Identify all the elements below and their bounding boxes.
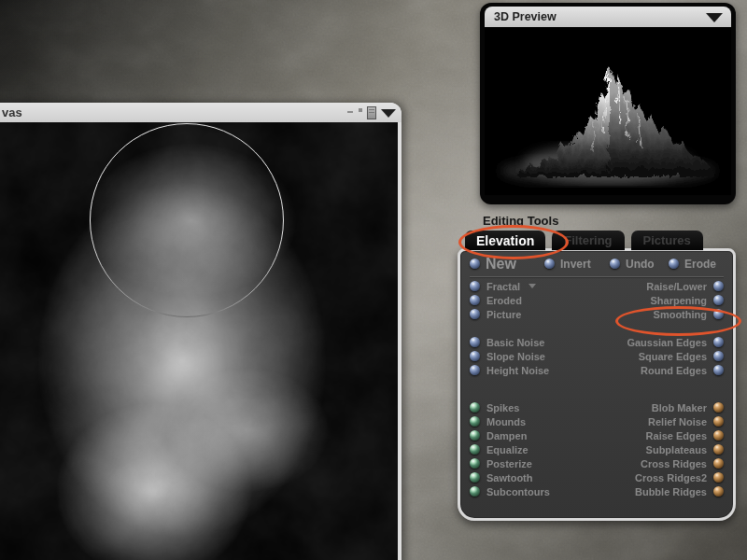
sphere-button-icon[interactable] bbox=[470, 416, 480, 427]
collapse-triangle-icon[interactable] bbox=[381, 109, 396, 118]
tool-dampen[interactable]: Dampen bbox=[470, 429, 533, 441]
tool-basic-noise[interactable]: Basic Noise bbox=[470, 336, 551, 348]
sphere-button-icon[interactable] bbox=[713, 458, 724, 469]
sphere-button-icon[interactable] bbox=[713, 337, 724, 347]
sphere-button-icon[interactable] bbox=[713, 365, 724, 375]
dropdown-triangle-icon[interactable] bbox=[529, 284, 536, 288]
terrain-canvas[interactable] bbox=[0, 122, 402, 560]
3d-preview-titlebar[interactable]: 3D Preview bbox=[485, 7, 731, 27]
tool-cross-ridges2[interactable]: Cross Ridges2 bbox=[628, 471, 724, 483]
canvas-titlebar[interactable]: vas bbox=[0, 103, 402, 123]
3d-preview-viewport[interactable] bbox=[485, 27, 731, 195]
sphere-button-icon[interactable] bbox=[470, 337, 480, 347]
tool-mounds[interactable]: Mounds bbox=[470, 415, 532, 427]
tool-fractal[interactable]: Fractal bbox=[470, 280, 536, 292]
3d-preview-window: 3D Preview bbox=[480, 3, 736, 204]
sphere-button-icon[interactable] bbox=[713, 309, 724, 319]
editing-tools-tabs: Elevation Filtering Pictures bbox=[465, 231, 703, 250]
sphere-button-icon[interactable] bbox=[713, 444, 724, 455]
dash-icon bbox=[347, 111, 353, 113]
tool-relief-noise[interactable]: Relief Noise bbox=[641, 415, 724, 427]
tool-picture[interactable]: Picture bbox=[470, 308, 528, 320]
mini-square-icon bbox=[359, 108, 362, 112]
sphere-button-icon[interactable] bbox=[544, 259, 555, 269]
invert-button[interactable]: Invert bbox=[544, 257, 591, 271]
tool-spikes[interactable]: Spikes bbox=[470, 401, 526, 413]
brush-cursor-circle bbox=[90, 123, 284, 317]
sphere-button-icon[interactable] bbox=[470, 295, 480, 305]
tab-filtering[interactable]: Filtering bbox=[552, 231, 624, 250]
tab-label: Pictures bbox=[643, 233, 691, 247]
terrain-preview-render bbox=[485, 27, 731, 195]
tool-posterize[interactable]: Posterize bbox=[470, 457, 539, 469]
sphere-button-icon[interactable] bbox=[470, 402, 480, 413]
tool-smoothing[interactable]: Smoothing bbox=[647, 308, 724, 320]
canvas-window: vas bbox=[0, 103, 402, 560]
sphere-button-icon[interactable] bbox=[470, 486, 480, 497]
sphere-button-icon[interactable] bbox=[713, 486, 724, 497]
sphere-button-icon[interactable] bbox=[713, 430, 724, 441]
tool-blob-maker[interactable]: Blob Maker bbox=[645, 401, 724, 413]
undo-button[interactable]: Undo bbox=[610, 257, 655, 271]
3d-preview-title: 3D Preview bbox=[494, 10, 557, 23]
sphere-button-icon[interactable] bbox=[470, 281, 480, 291]
tool-cross-ridges[interactable]: Cross Ridges bbox=[634, 457, 724, 469]
tool-height-noise[interactable]: Height Noise bbox=[470, 364, 556, 376]
tool-round-edges[interactable]: Round Edges bbox=[634, 364, 724, 376]
editing-tools-heading: Editing Tools bbox=[483, 214, 558, 228]
tool-raise-lower[interactable]: Raise/Lower bbox=[640, 280, 724, 292]
sphere-button-icon[interactable] bbox=[470, 259, 480, 269]
sphere-button-icon[interactable] bbox=[470, 472, 480, 483]
canvas-window-title: vas bbox=[2, 105, 22, 119]
sphere-button-icon[interactable] bbox=[713, 472, 724, 483]
editing-tools-panel: New Invert Undo Erode Fractal Eroded Pic… bbox=[458, 248, 736, 521]
tool-square-edges[interactable]: Square Edges bbox=[632, 350, 724, 362]
erode-button[interactable]: Erode bbox=[669, 257, 716, 271]
sphere-button-icon[interactable] bbox=[713, 351, 724, 361]
tab-label: Filtering bbox=[564, 233, 612, 247]
sphere-button-icon[interactable] bbox=[713, 295, 724, 305]
sphere-button-icon[interactable] bbox=[610, 259, 620, 269]
divider bbox=[470, 276, 724, 278]
new-button[interactable]: New bbox=[470, 257, 516, 271]
sphere-button-icon[interactable] bbox=[470, 365, 480, 375]
collapse-triangle-icon[interactable] bbox=[706, 13, 723, 22]
tool-slope-noise[interactable]: Slope Noise bbox=[470, 350, 552, 362]
tab-pictures[interactable]: Pictures bbox=[631, 231, 703, 250]
sphere-button-icon[interactable] bbox=[470, 430, 480, 441]
tool-sharpening[interactable]: Sharpening bbox=[643, 294, 724, 306]
tab-elevation[interactable]: Elevation bbox=[465, 231, 545, 250]
sphere-button-icon[interactable] bbox=[470, 458, 480, 469]
tab-label: Elevation bbox=[476, 233, 534, 248]
sphere-button-icon[interactable] bbox=[470, 444, 480, 455]
tool-sawtooth[interactable]: Sawtooth bbox=[470, 471, 540, 483]
tool-subplateaus[interactable]: Subplateaus bbox=[640, 443, 724, 455]
tool-gaussian-edges[interactable]: Gaussian Edges bbox=[620, 336, 724, 348]
sphere-button-icon[interactable] bbox=[713, 402, 724, 413]
sphere-button-icon[interactable] bbox=[669, 259, 679, 269]
tool-subcontours[interactable]: Subcontours bbox=[470, 485, 557, 497]
sphere-button-icon[interactable] bbox=[470, 351, 480, 361]
sphere-button-icon[interactable] bbox=[470, 309, 480, 319]
tool-eroded[interactable]: Eroded bbox=[470, 294, 529, 306]
copy-page-icon[interactable] bbox=[367, 106, 376, 119]
tool-equalize[interactable]: Equalize bbox=[470, 443, 535, 455]
tool-bubble-ridges[interactable]: Bubble Ridges bbox=[628, 485, 724, 497]
tool-raise-edges[interactable]: Raise Edges bbox=[640, 429, 724, 441]
sphere-button-icon[interactable] bbox=[713, 281, 724, 291]
sphere-button-icon[interactable] bbox=[713, 416, 724, 427]
